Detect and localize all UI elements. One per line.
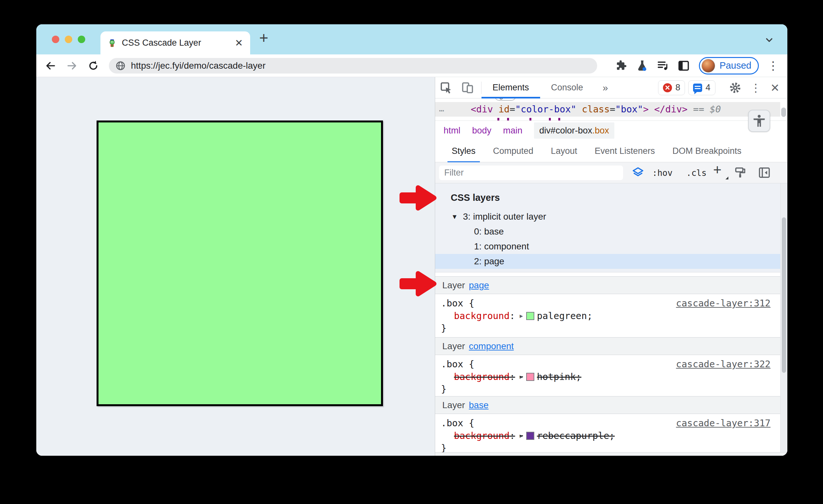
profile-status-label: Paused: [720, 60, 752, 71]
layer-page-link[interactable]: page: [469, 280, 489, 291]
tab-dom-breakpoints[interactable]: DOM Breakpoints: [672, 146, 742, 156]
styles-scrollbar-thumb[interactable]: [782, 217, 786, 373]
expand-value-icon[interactable]: ▶: [520, 313, 523, 319]
inspect-element-icon[interactable]: [440, 81, 453, 94]
profile-paused-button[interactable]: Paused: [699, 57, 759, 74]
styles-scrollbar-track[interactable]: [780, 183, 787, 452]
selected-node-code: <div id="color-box" class="box"> </div> …: [471, 104, 721, 115]
color-swatch[interactable]: [526, 373, 534, 381]
new-style-rule-caret[interactable]: [725, 177, 728, 179]
annotation-arrow-css-layers: [398, 182, 438, 214]
clipped-text-fragment: [549, 118, 551, 121]
browser-window: CSS Cascade Layer ✕ + https://jec.fyi/de…: [36, 24, 787, 456]
layer-tree-item-base[interactable]: 0: base: [435, 224, 780, 239]
rule-selector[interactable]: .box {: [441, 359, 474, 370]
tab-favicon: [108, 38, 117, 48]
breadcrumb-selected[interactable]: div#color-box.box: [534, 123, 614, 139]
toggle-element-classes[interactable]: .cls: [686, 162, 707, 183]
issues-bubble-icon: [693, 83, 702, 92]
content-area: Elements Console » 8 4 ⋮ ✕: [36, 77, 787, 456]
accessibility-overlay-button[interactable]: [748, 110, 770, 132]
layer-tree-item-page-selected[interactable]: 2: page: [435, 254, 780, 269]
devtools-close-icon[interactable]: ✕: [771, 81, 780, 94]
devtools-menu-kebab-icon[interactable]: ⋮: [751, 81, 762, 94]
rule-source-link[interactable]: cascade-layer:312: [676, 298, 771, 309]
window-controls: [52, 36, 85, 43]
devtools-bottom-strip: [435, 452, 787, 456]
address-bar[interactable]: https://jec.fyi/demo/cascade-layer: [109, 58, 597, 73]
tab-title: CSS Cascade Layer: [122, 38, 235, 48]
forward-button[interactable]: [66, 60, 78, 71]
rule-source-link[interactable]: cascade-layer:317: [676, 418, 771, 429]
color-box-element: [97, 121, 383, 406]
close-window-button[interactable]: [52, 36, 59, 43]
layer-component-link[interactable]: component: [469, 341, 514, 351]
sidebar-position-icon[interactable]: [758, 166, 771, 179]
tab-elements[interactable]: Elements: [482, 77, 540, 99]
node-options-ellipsis[interactable]: …: [439, 104, 445, 113]
layer-base-link[interactable]: base: [469, 400, 489, 410]
site-info-globe-icon[interactable]: [115, 60, 126, 71]
toggle-hover-state[interactable]: :hov: [652, 162, 673, 183]
dom-row-selected[interactable]: … <div id="color-box" class="box"> </div…: [435, 102, 780, 117]
dom-row-clipped-bottom: [435, 117, 780, 121]
rule-source-link[interactable]: cascade-layer:322: [676, 359, 771, 370]
media-playlist-icon[interactable]: [657, 59, 669, 72]
tab-styles[interactable]: Styles: [452, 146, 476, 156]
new-tab-button[interactable]: +: [259, 29, 268, 47]
devtools-panel: Elements Console » 8 4 ⋮ ✕: [435, 77, 787, 456]
extensions-puzzle-icon[interactable]: [615, 59, 628, 72]
side-panel-icon[interactable]: [677, 59, 690, 72]
device-toolbar-icon[interactable]: [461, 81, 474, 94]
page-viewport: [36, 77, 435, 456]
breadcrumb-html[interactable]: html: [444, 125, 460, 136]
rule-selector[interactable]: .box {: [441, 298, 474, 309]
rule-selector[interactable]: .box {: [441, 418, 474, 429]
reload-button[interactable]: [88, 60, 99, 71]
minimize-window-button[interactable]: [65, 36, 72, 43]
error-icon: [663, 83, 672, 92]
layer-tree-root[interactable]: ▼ 3: implicit outer layer: [435, 209, 780, 224]
expand-value-icon[interactable]: ▶: [520, 433, 523, 439]
tab-layout[interactable]: Layout: [551, 146, 577, 156]
color-swatch[interactable]: [526, 312, 534, 320]
dom-row-clipped-top[interactable]: main grid: [435, 99, 780, 102]
tab-computed[interactable]: Computed: [493, 146, 534, 156]
section-header-layer-component: Layer component: [435, 337, 780, 355]
tab-console[interactable]: Console: [540, 77, 594, 99]
css-layers-toggle-icon[interactable]: [632, 166, 644, 179]
accessibility-person-icon: [752, 114, 766, 128]
breadcrumb: html body main div#color-box.box: [435, 121, 787, 140]
experiments-beaker-icon[interactable]: [636, 59, 648, 72]
tab-event-listeners[interactable]: Event Listeners: [595, 146, 655, 156]
breadcrumb-body[interactable]: body: [472, 125, 492, 136]
tab-strip: CSS Cascade Layer ✕ +: [36, 24, 787, 54]
tab-close-icon[interactable]: ✕: [235, 38, 243, 48]
grid-badge[interactable]: grid: [494, 99, 516, 101]
back-button[interactable]: [45, 60, 56, 71]
devtools-toolbar: Elements Console » 8 4 ⋮ ✕: [435, 77, 787, 99]
styles-filter-bar: :hov .cls +: [435, 162, 787, 183]
settings-gear-icon[interactable]: [729, 81, 742, 94]
dom-scrollbar-thumb[interactable]: [781, 108, 786, 117]
breadcrumb-main[interactable]: main: [503, 125, 523, 136]
style-rule-page: .box { cascade-layer:312 background:▶pal…: [435, 295, 780, 337]
issue-count-badge[interactable]: 4: [688, 80, 715, 95]
clipped-text-fragment: [507, 118, 509, 121]
css-layers-title: CSS layers: [451, 192, 500, 203]
tree-expand-icon[interactable]: ▼: [451, 213, 458, 220]
url-text: https://jec.fyi/demo/cascade-layer: [131, 60, 266, 71]
error-count-badge[interactable]: 8: [658, 80, 685, 95]
layer-tree-item-component[interactable]: 1: component: [435, 239, 780, 254]
expand-value-icon[interactable]: ▶: [520, 373, 523, 380]
rendering-brush-icon[interactable]: [734, 166, 747, 179]
browser-menu-kebab-icon[interactable]: ⋮: [767, 60, 779, 71]
new-style-rule-button[interactable]: +: [713, 162, 721, 178]
filter-input[interactable]: [439, 166, 623, 180]
color-swatch[interactable]: [526, 432, 534, 440]
maximize-window-button[interactable]: [78, 36, 85, 43]
chevron-down-icon[interactable]: [764, 35, 774, 45]
css-layers-pane: CSS layers ▼ 3: implicit outer layer 0: …: [435, 183, 787, 273]
more-tabs-icon[interactable]: »: [603, 82, 608, 93]
browser-tab[interactable]: CSS Cascade Layer ✕: [101, 31, 250, 54]
